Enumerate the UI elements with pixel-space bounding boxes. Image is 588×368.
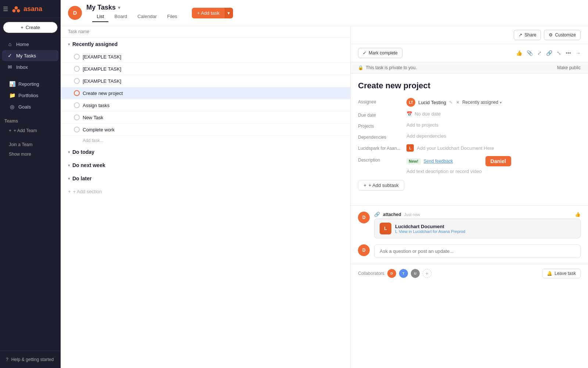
table-row[interactable]: [EXAMPLE TASK] [61, 63, 350, 75]
caret-icon[interactable]: ▾ [500, 100, 502, 105]
comment-input[interactable] [374, 244, 581, 258]
task-check-icon[interactable] [74, 78, 80, 84]
add-dependencies-button[interactable]: Add dependencies [406, 133, 446, 139]
title-caret-icon[interactable]: ▾ [118, 5, 120, 10]
lucid-icon: L [406, 144, 414, 152]
bell-icon: 🔔 [547, 271, 552, 276]
show-more-label: Show more [9, 152, 31, 157]
help-icon: ? [6, 357, 8, 362]
task-check-icon[interactable] [74, 66, 80, 72]
share-button[interactable]: ↗ Share [514, 30, 541, 40]
calendar-icon: 📅 [406, 111, 412, 117]
attachment-link-text: View in Lucidchart for Asana Preprod [399, 229, 465, 234]
title-text: My Tasks [86, 4, 116, 11]
avatar-initials: LT [409, 100, 413, 105]
add-lucidchart-button[interactable]: Add your Lucidchart Document Here [417, 145, 494, 151]
description-placeholder[interactable]: Add text description or record video [406, 169, 511, 174]
task-check-icon[interactable] [74, 127, 80, 132]
sidebar-item-goals[interactable]: ◎ Goals [4, 101, 56, 112]
private-note: 🔒 This task is private to you. [358, 65, 417, 70]
add-subtask-button[interactable]: + + Add subtask [358, 180, 404, 191]
due-date-value[interactable]: 📅 No due date [406, 111, 441, 117]
detail-content: Create new project Assignee LT Lucid Tes… [351, 74, 588, 198]
link-icon[interactable]: 🔗 [546, 50, 552, 56]
table-row[interactable]: Complete work [61, 124, 350, 136]
create-label: Create [26, 25, 40, 30]
add-section-button[interactable]: + + Add section [61, 185, 350, 198]
table-row[interactable]: [EXAMPLE TASK] [61, 75, 350, 87]
add-section-label: + Add section [73, 189, 102, 194]
add-collaborator-button[interactable]: + [423, 269, 431, 278]
more-icon[interactable]: ••• [566, 50, 571, 56]
sidebar-item-my-tasks[interactable]: ✓ My Tasks [2, 50, 58, 61]
sidebar-nav: ⌂ Home ✓ My Tasks ✉ Inbox [0, 37, 61, 74]
svg-point-2 [17, 9, 20, 13]
task-check-icon[interactable] [74, 90, 80, 96]
due-date-label: Due date [358, 111, 402, 118]
task-check-icon[interactable] [74, 114, 80, 120]
add-team-button[interactable]: + + Add Team [4, 126, 56, 135]
share-label: Share [524, 32, 536, 38]
avatar-initials: D [73, 10, 77, 16]
page-title: My Tasks ▾ [86, 4, 182, 11]
sidebar-item-inbox[interactable]: ✉ Inbox [2, 61, 58, 72]
sidebar-item-reporting[interactable]: 📊 Reporting [4, 78, 56, 89]
show-more-button[interactable]: Show more [4, 149, 56, 159]
tab-list[interactable]: List [92, 11, 108, 22]
task-check-icon[interactable] [74, 102, 80, 108]
attachment-icon[interactable]: 📎 [527, 50, 533, 56]
tab-calendar[interactable]: Calendar [133, 11, 161, 22]
expand-icon[interactable]: ⤡ [557, 50, 561, 56]
table-row-selected[interactable]: Create new project [61, 87, 350, 99]
customize-button[interactable]: ⚙ Customize [544, 30, 581, 40]
comment-section: D 🔗 attached Just now 👍 L Lucidchart Doc… [351, 205, 588, 264]
like-button[interactable]: 👍 [575, 212, 581, 217]
view-in-lucidchart-link[interactable]: L View in Lucidchart for Asana Preprod [395, 229, 465, 234]
edit-icon[interactable]: ✎ [449, 100, 452, 105]
send-feedback-link[interactable]: Send feedback [424, 159, 453, 164]
mark-complete-label: Mark complete [369, 50, 398, 56]
section-header-recently-assigned[interactable]: ▾ Recently assigned [61, 38, 350, 51]
move-icon[interactable]: ⤢ [537, 50, 542, 56]
help-button[interactable]: ? Help & getting started [4, 355, 57, 364]
tab-files[interactable]: Files [163, 11, 182, 22]
lucid-link-icon: L [395, 229, 397, 234]
col-name: Task name [68, 29, 343, 34]
close-panel-icon[interactable]: → [576, 50, 581, 56]
dependencies-label: Dependencies [358, 133, 402, 140]
section-header-do-next-week[interactable]: ▾ Do next week [61, 159, 350, 172]
add-task-inline[interactable]: Add task... [61, 136, 350, 145]
section-do-today: ▾ Do today [61, 145, 350, 159]
add-to-projects-button[interactable]: Add to projects [406, 122, 438, 128]
leave-task-label: Leave task [555, 271, 576, 276]
thumbs-up-icon[interactable]: 👍 [516, 50, 522, 56]
table-row[interactable]: [EXAMPLE TASK] [61, 51, 350, 63]
tab-board[interactable]: Board [110, 11, 132, 22]
leave-task-button[interactable]: 🔔 Leave task [542, 269, 581, 278]
section-header-do-later[interactable]: ▾ Do later [61, 172, 350, 185]
task-check-icon[interactable] [74, 54, 80, 60]
teams-section: Teams + + Add Team [0, 114, 61, 137]
assignee-status: Recently assigned ▾ [462, 100, 502, 105]
sidebar-item-portfolios[interactable]: 📁 Portfolios [4, 90, 56, 101]
remove-assignee-button[interactable]: ✕ [456, 100, 459, 105]
section-header-do-today[interactable]: ▾ Do today [61, 145, 350, 159]
hamburger-icon[interactable]: ☰ [3, 6, 8, 13]
table-row[interactable]: New Task [61, 112, 350, 124]
section-do-later: ▾ Do later [61, 172, 350, 185]
attachment-icon-small: 🔗 [374, 212, 380, 217]
create-button[interactable]: + Create [3, 22, 58, 33]
projects-field: Projects Add to projects [358, 122, 581, 129]
svg-point-1 [12, 9, 16, 13]
table-row[interactable]: Assign tasks [61, 99, 350, 112]
add-task-button[interactable]: + Add task [192, 8, 225, 18]
assignee-avatar: LT [406, 98, 415, 107]
sidebar-item-home[interactable]: ⌂ Home [2, 39, 58, 50]
attachment-info: Lucidchart Document L View in Lucidchart… [395, 224, 465, 234]
mark-complete-button[interactable]: ✓ Mark complete [358, 48, 402, 58]
join-team-button[interactable]: Join a Team [4, 140, 56, 149]
sidebar-label-home: Home [16, 42, 29, 47]
make-public-button[interactable]: Make public [557, 65, 581, 70]
sidebar-top: ☰ asana [0, 0, 61, 18]
add-task-caret-button[interactable]: ▾ [225, 8, 233, 18]
